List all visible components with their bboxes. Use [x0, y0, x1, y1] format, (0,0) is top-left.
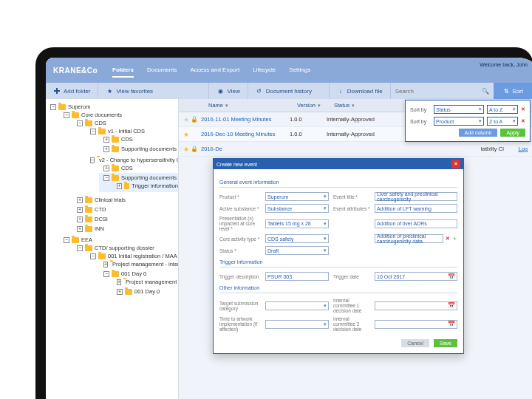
- calendar-icon: 📅: [448, 273, 455, 280]
- table-row[interactable]: ★ 🔒 2016-De tatbilty CI Log: [179, 142, 532, 157]
- tree-node[interactable]: −EEA: [64, 236, 178, 243]
- folder-icon: [98, 253, 106, 259]
- favorite-icon[interactable]: ★: [183, 146, 191, 153]
- folder-icon: [124, 183, 130, 189]
- nav-settings[interactable]: Settings: [289, 64, 310, 78]
- remove-sort-icon[interactable]: ✕: [521, 118, 525, 124]
- sort-order-select[interactable]: Z to A▾: [487, 117, 518, 126]
- presentation-select[interactable]: Tablets 15 mg x 28▾: [265, 219, 329, 228]
- committee1-date-input[interactable]: 📅: [375, 301, 457, 310]
- chevron-down-icon: ▾: [479, 118, 482, 124]
- favorite-icon[interactable]: ★: [183, 116, 191, 123]
- download-button[interactable]: ↓ Download file: [330, 83, 391, 99]
- nav-lifecycle[interactable]: Lifecycle: [253, 64, 276, 78]
- folder-icon: [85, 207, 92, 213]
- apply-button[interactable]: Apply: [500, 129, 525, 137]
- tree-node[interactable]: +CTD: [77, 206, 178, 213]
- col-status[interactable]: Status▾: [334, 102, 393, 109]
- sort-field-select[interactable]: Product▾: [434, 117, 484, 126]
- folder-icon: [85, 245, 92, 251]
- view-favorites-button[interactable]: ★ View favorites: [98, 83, 209, 99]
- tree-node[interactable]: −v2 - Change to hypersensitivity CI: [90, 157, 178, 163]
- sort-field-select[interactable]: Status▾: [434, 105, 484, 114]
- event-title-input[interactable]: Liver safety and preclinical carcinogeni…: [375, 192, 457, 201]
- tree-node[interactable]: −Core documents: [64, 112, 178, 118]
- tree-node[interactable]: +DCSI: [77, 216, 178, 222]
- chevron-down-icon: ▾: [225, 103, 228, 109]
- tree-node-selected[interactable]: −Supporting documents: [103, 174, 178, 181]
- field-label: Product *: [219, 194, 261, 200]
- tree-node[interactable]: −Superom: [50, 103, 178, 110]
- add-folder-button[interactable]: Add folder: [46, 83, 98, 99]
- tree-node[interactable]: −CTD/ supporting dossier: [77, 245, 178, 251]
- sort-button[interactable]: ⇅ Sort: [494, 83, 532, 99]
- folder-tree: −Superom −Core documents −CDS −v1 - Init…: [46, 99, 179, 399]
- core-activity-select[interactable]: CDS safety▾: [265, 234, 329, 243]
- nav-access[interactable]: Access and Export: [190, 64, 239, 78]
- sort-label: Sort by: [410, 119, 431, 124]
- section-header: Other information: [219, 285, 457, 293]
- log-link[interactable]: Log: [518, 146, 528, 152]
- history-icon: ↺: [256, 87, 263, 95]
- close-icon[interactable]: ✕: [451, 160, 460, 168]
- favorite-icon[interactable]: ★: [183, 131, 191, 138]
- tree-node[interactable]: −CDS: [77, 120, 178, 126]
- status-select[interactable]: Draft▾: [265, 246, 329, 255]
- active-substance-select[interactable]: Substance▾: [265, 204, 329, 213]
- field-label: Internal committee 1 decision date: [333, 298, 370, 313]
- event-attribute-input[interactable]: Addition of LFT warning: [375, 204, 457, 213]
- time-to-artwork-select[interactable]: ▾: [265, 320, 329, 329]
- save-button[interactable]: Save: [434, 339, 457, 347]
- cancel-button[interactable]: Cancel: [401, 339, 429, 347]
- add-column-button[interactable]: Add column: [459, 129, 498, 137]
- folder-icon: [98, 129, 106, 134]
- event-attribute-input[interactable]: Addition of preclinical carcinogenicity …: [375, 234, 443, 243]
- tree-node[interactable]: +Clinical trials: [77, 197, 178, 203]
- col-version[interactable]: Version▾: [297, 102, 334, 109]
- folder-icon: [72, 112, 79, 118]
- folder-icon: [112, 271, 119, 277]
- remove-sort-icon[interactable]: ✕: [521, 106, 525, 112]
- doc-history-button[interactable]: ↺ Document history: [248, 83, 330, 99]
- cell-name[interactable]: 2016-11-01 Meeting Minutes: [201, 116, 290, 123]
- tree-node[interactable]: −v1 - Initial CDS: [90, 128, 178, 134]
- col-name[interactable]: Name▾: [208, 102, 297, 109]
- folder-icon: [72, 237, 79, 243]
- search-box[interactable]: 🔍: [391, 87, 494, 95]
- cell-name[interactable]: 2016-Dec-10 Meeting Minutes: [201, 131, 290, 137]
- trigger-date-input[interactable]: 10 Oct 2017📅: [375, 272, 457, 281]
- sort-order-select[interactable]: A to Z▾: [487, 105, 518, 114]
- nav-folders[interactable]: Folders: [112, 64, 134, 78]
- committee2-date-input[interactable]: 📅: [375, 320, 457, 329]
- cell-version: 1.0.0: [290, 116, 327, 123]
- tree-node[interactable]: +CDS: [103, 136, 178, 143]
- add-attr-icon[interactable]: ＋: [452, 235, 457, 242]
- tree-node[interactable]: −001 Day 0: [103, 270, 178, 277]
- create-event-modal: Create new event ✕ General event informa…: [213, 158, 464, 354]
- product-select[interactable]: Superom▾: [265, 192, 329, 201]
- tree-node[interactable]: +Supporting documents: [103, 146, 178, 152]
- remove-attr-icon[interactable]: ✕: [446, 236, 450, 242]
- calendar-icon: 📅: [448, 321, 455, 327]
- nav-documents[interactable]: Documents: [147, 64, 177, 78]
- tree-node[interactable]: −001 Initial registration / MAA: [90, 253, 178, 259]
- cell-name[interactable]: 2016-De: [201, 146, 290, 152]
- tree-node[interactable]: +001 Day 0: [117, 288, 178, 295]
- tree-node[interactable]: +Trigger information: [117, 183, 178, 189]
- sort-panel: Sort by Status▾ A to Z▾ ✕ Sort by Produc…: [405, 100, 531, 142]
- toolbar-label: View favorites: [116, 88, 153, 95]
- tree-node[interactable]: +INN: [77, 225, 178, 232]
- top-ribbon: KRANE&Co Folders Documents Access and Ex…: [46, 58, 532, 83]
- trigger-desc-input[interactable]: PSUR 003: [265, 272, 329, 281]
- event-attribute-input[interactable]: Addition of liver ADRs: [375, 219, 457, 228]
- toolbar-label: Add folder: [64, 88, 90, 95]
- field-label: Core activity type *: [219, 236, 261, 242]
- view-button[interactable]: ◉ View: [209, 83, 248, 99]
- chevron-down-icon: ▾: [479, 106, 482, 112]
- tree-node[interactable]: +CDS: [103, 165, 178, 171]
- target-submission-select[interactable]: ▾: [265, 301, 329, 310]
- search-icon: 🔍: [482, 87, 489, 95]
- tree-node[interactable]: +Project management - internal documents: [117, 279, 178, 285]
- tree-node[interactable]: +Project management - internal documents: [103, 261, 178, 267]
- search-input[interactable]: [395, 88, 482, 95]
